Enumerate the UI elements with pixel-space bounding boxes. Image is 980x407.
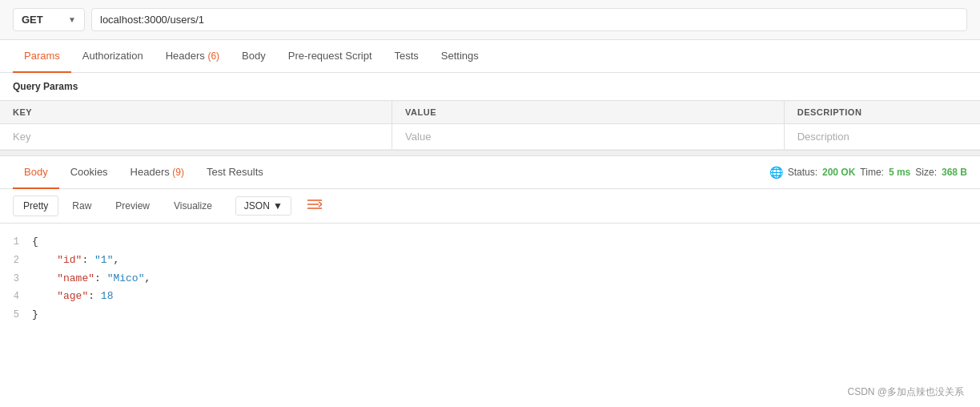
tab-response-headers[interactable]: Headers (9)	[119, 156, 195, 189]
request-tabs: Params Authorization Headers (6) Body Pr…	[0, 40, 980, 73]
code-line-5: 5 }	[0, 306, 980, 324]
code-line-2: 2 "id": "1",	[0, 252, 980, 270]
tab-body[interactable]: Body	[231, 40, 277, 73]
format-select[interactable]: JSON ▼	[235, 196, 291, 216]
tab-headers[interactable]: Headers (6)	[155, 40, 231, 73]
format-label: JSON	[244, 200, 270, 212]
col-value: VALUE	[392, 101, 785, 124]
tab-response-body[interactable]: Body	[13, 156, 59, 189]
tab-test-results[interactable]: Test Results	[195, 156, 275, 189]
col-description: DESCRIPTION	[784, 101, 980, 124]
line-num-4: 4	[0, 289, 32, 304]
value-cell[interactable]: Value	[392, 124, 785, 150]
time-value: 5 ms	[889, 167, 910, 178]
status-label: Status:	[788, 167, 817, 178]
view-tab-preview[interactable]: Preview	[105, 195, 160, 216]
globe-icon: 🌐	[769, 166, 783, 179]
params-table: KEY VALUE DESCRIPTION Key Value Descript…	[0, 101, 980, 150]
view-tab-raw[interactable]: Raw	[62, 195, 102, 216]
size-label: Size:	[915, 167, 937, 178]
line-num-5: 5	[0, 308, 32, 323]
tab-prerequest[interactable]: Pre-request Script	[277, 40, 384, 73]
tab-tests[interactable]: Tests	[384, 40, 430, 73]
body-view-tabs: Pretty Raw Preview Visualize JSON ▼	[0, 189, 980, 224]
time-label: Time:	[860, 167, 884, 178]
code-line-4: 4 "age": 18	[0, 288, 980, 306]
method-chevron: ▼	[68, 15, 76, 24]
code-content-1: {	[32, 234, 38, 251]
code-line-3: 3 "name": "Mico",	[0, 270, 980, 288]
wrap-button[interactable]	[301, 195, 328, 216]
format-chevron: ▼	[273, 200, 283, 212]
col-key: KEY	[0, 101, 392, 124]
code-content-2: "id": "1",	[32, 252, 119, 269]
tab-params[interactable]: Params	[13, 40, 71, 73]
description-cell[interactable]: Description	[784, 124, 980, 150]
line-num-1: 1	[0, 235, 32, 250]
response-tabs: Body Cookies Headers (9) Test Results 🌐 …	[0, 156, 980, 189]
response-status: 🌐 Status: 200 OK Time: 5 ms Size: 368 B	[769, 166, 967, 179]
tab-settings[interactable]: Settings	[430, 40, 490, 73]
tab-cookies[interactable]: Cookies	[59, 156, 119, 189]
method-label: GET	[22, 14, 43, 26]
code-content-4: "age": 18	[32, 288, 113, 305]
status-value: 200 OK	[822, 167, 855, 178]
key-cell[interactable]: Key	[0, 124, 392, 150]
view-tab-pretty[interactable]: Pretty	[13, 195, 58, 216]
code-line-1: 1 {	[0, 233, 980, 252]
url-bar: GET ▼	[0, 0, 980, 40]
code-area: 1 { 2 "id": "1", 3 "name": "Mico", 4 "ag…	[0, 224, 980, 334]
view-tab-visualize[interactable]: Visualize	[163, 195, 223, 216]
query-params-header: Query Params	[0, 73, 980, 101]
code-content-3: "name": "Mico",	[32, 271, 151, 288]
section-divider	[0, 150, 980, 156]
code-content-5: }	[32, 307, 38, 324]
size-value: 368 B	[942, 167, 967, 178]
table-row: Key Value Description	[0, 124, 980, 150]
line-num-2: 2	[0, 253, 32, 268]
method-select[interactable]: GET ▼	[13, 8, 85, 31]
tab-authorization[interactable]: Authorization	[71, 40, 155, 73]
line-num-3: 3	[0, 272, 32, 287]
url-input[interactable]	[91, 8, 967, 31]
